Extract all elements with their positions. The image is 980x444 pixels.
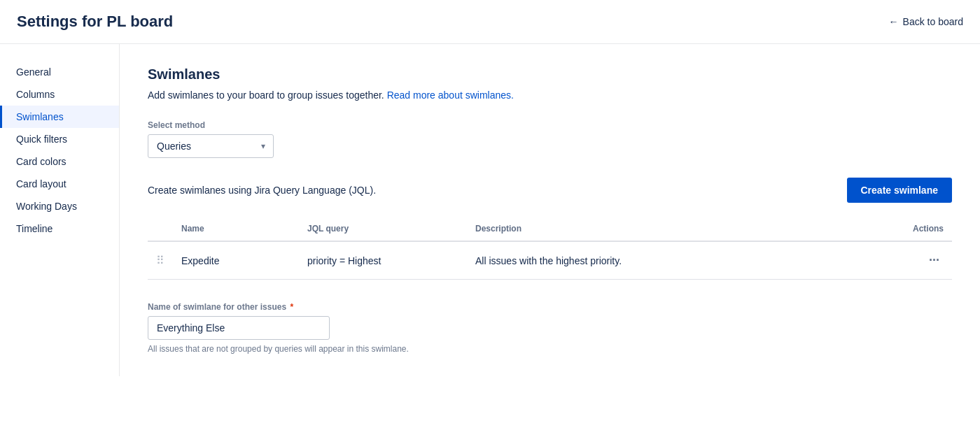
row-name: Expedite xyxy=(173,241,299,280)
row-actions-cell: ··· xyxy=(896,241,952,280)
row-drag-handle[interactable]: ⠿ xyxy=(148,241,173,280)
table-row: ⠿ Expedite priority = Highest All issues… xyxy=(148,241,952,280)
back-arrow-icon: ← xyxy=(889,16,899,27)
required-star: * xyxy=(290,302,293,312)
table-header-row: Name JQL query Description Actions xyxy=(148,217,952,241)
col-header-drag xyxy=(148,217,173,241)
swimlanes-description-text: Add swimlanes to your board to group iss… xyxy=(148,89,384,101)
col-header-name: Name xyxy=(173,217,299,241)
swimlanes-description: Add swimlanes to your board to group iss… xyxy=(148,89,952,101)
col-header-description: Description xyxy=(467,217,896,241)
select-method-wrapper: None Stories Assignees Epics Projects Qu… xyxy=(148,134,274,158)
row-description: All issues with the highest priority. xyxy=(467,241,896,280)
swimlanes-section-title: Swimlanes xyxy=(148,66,952,83)
sidebar-item-card-colors[interactable]: Card colors xyxy=(0,150,119,173)
row-actions-button[interactable]: ··· xyxy=(925,252,944,269)
sidebar-item-columns[interactable]: Columns xyxy=(0,83,119,106)
other-issues-input[interactable] xyxy=(148,316,330,340)
swimlanes-read-more-link[interactable]: Read more about swimlanes. xyxy=(387,89,514,101)
sidebar-item-card-layout[interactable]: Card layout xyxy=(0,173,119,195)
other-issues-section: Name of swimlane for other issues * All … xyxy=(148,302,952,354)
create-section: Create swimlanes using Jira Query Langua… xyxy=(148,178,952,203)
sidebar-item-timeline[interactable]: Timeline xyxy=(0,217,119,240)
other-issues-hint: All issues that are not grouped by queri… xyxy=(148,344,952,354)
main-content: Swimlanes Add swimlanes to your board to… xyxy=(119,44,980,376)
row-jql: priority = Highest xyxy=(299,241,467,280)
other-issues-label-text: Name of swimlane for other issues xyxy=(148,302,286,312)
select-method-label: Select method xyxy=(148,120,952,130)
create-swimlane-button[interactable]: Create swimlane xyxy=(847,178,953,203)
page-header: Settings for PL board ← Back to board xyxy=(0,0,980,44)
other-issues-label: Name of swimlane for other issues * xyxy=(148,302,952,312)
sidebar: General Columns Swimlanes Quick filters … xyxy=(0,44,119,376)
select-method-group: Select method None Stories Assignees Epi… xyxy=(148,120,952,158)
sidebar-item-working-days[interactable]: Working Days xyxy=(0,195,119,217)
jql-description: Create swimlanes using Jira Query Langua… xyxy=(148,185,376,196)
sidebar-item-swimlanes[interactable]: Swimlanes xyxy=(0,106,119,128)
page-title: Settings for PL board xyxy=(17,13,173,31)
col-header-actions: Actions xyxy=(896,217,952,241)
col-header-jql: JQL query xyxy=(299,217,467,241)
select-method-dropdown[interactable]: None Stories Assignees Epics Projects Qu… xyxy=(148,134,274,158)
back-to-board-link[interactable]: ← Back to board xyxy=(889,16,963,27)
sidebar-item-quick-filters[interactable]: Quick filters xyxy=(0,128,119,150)
back-to-board-label: Back to board xyxy=(903,16,963,27)
swimlanes-table: Name JQL query Description Actions ⠿ Exp… xyxy=(148,217,952,280)
content-wrapper: General Columns Swimlanes Quick filters … xyxy=(0,44,980,376)
drag-handle-icon: ⠿ xyxy=(156,255,164,266)
sidebar-item-general[interactable]: General xyxy=(0,61,119,83)
